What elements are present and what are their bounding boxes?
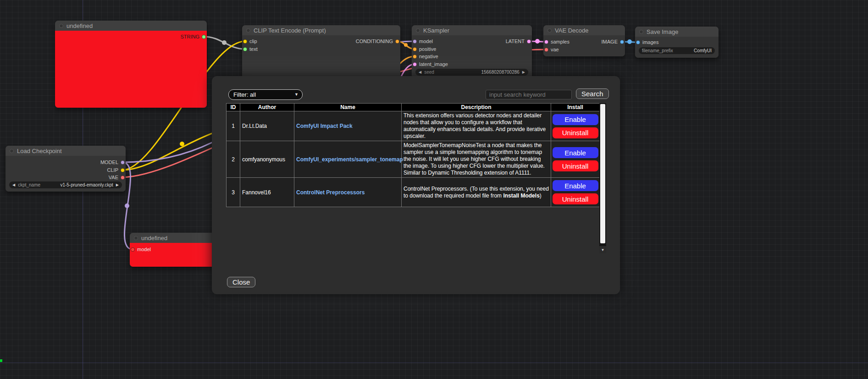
input-dot-vae[interactable] — [544, 48, 548, 52]
widget-value: 156680208700286 — [481, 70, 519, 75]
slot-label: MODEL — [100, 159, 118, 165]
node-load-checkpoint[interactable]: Load Checkpoint MODEL CLIP VAE ◀ ckpt_na… — [6, 146, 126, 192]
node-save-image[interactable]: Save Image images filename_prefix ComfyU… — [635, 27, 719, 58]
node-collapse-dot-icon[interactable] — [10, 149, 14, 153]
node-clip-text-encode[interactable]: CLIP Text Encode (Prompt) clip text COND… — [242, 25, 400, 80]
slot-label: negative — [419, 54, 438, 59]
input-dot-positive[interactable] — [413, 47, 417, 51]
node-title-bar[interactable]: Load Checkpoint — [6, 146, 126, 156]
scrollbar-thumb[interactable] — [600, 104, 605, 243]
output-slot-conditioning: CONDITIONING — [356, 38, 399, 44]
widget-name: filename_prefix — [642, 48, 673, 53]
extension-row: 2comfyanonymousComfyUI_experiments/sampl… — [227, 141, 600, 178]
node-collapse-dot-icon[interactable] — [246, 28, 250, 33]
cell-description: ModelSamplerTonemapNoiseTest a node that… — [402, 141, 551, 178]
input-dot-latent-image[interactable] — [413, 62, 417, 66]
output-dot-vae[interactable] — [121, 176, 125, 180]
node-ksampler[interactable]: KSampler model positive negative latent_… — [412, 25, 532, 80]
increment-arrow-icon[interactable]: ▶ — [522, 71, 525, 74]
output-dot-image[interactable] — [620, 40, 624, 44]
decrement-arrow-icon[interactable]: ◀ — [419, 71, 421, 74]
input-dot-negative[interactable] — [413, 55, 417, 59]
cell-install: EnableUninstall — [551, 111, 600, 141]
decrement-arrow-icon[interactable]: ◀ — [12, 183, 15, 187]
install-button-stack: EnableUninstall — [553, 179, 597, 206]
uninstall-button[interactable]: Uninstall — [553, 193, 598, 204]
cell-description: This extension offers various detector n… — [402, 111, 551, 141]
column-header-description: Description — [402, 104, 551, 111]
scroll-down-button[interactable]: ▼ — [599, 246, 606, 253]
link-midpoint-dot — [222, 40, 227, 45]
output-dot-latent[interactable] — [527, 39, 531, 44]
output-dot-string[interactable] — [202, 35, 206, 39]
node-title: VAE Decode — [555, 27, 588, 34]
output-slot-clip: CLIP — [107, 167, 125, 173]
seed-widget[interactable]: ◀ seed 156680208700286 ▶ — [415, 69, 528, 76]
node-collapse-dot-icon[interactable] — [134, 236, 138, 240]
search-button[interactable]: Search — [576, 88, 609, 99]
enable-button[interactable]: Enable — [553, 147, 598, 158]
custom-nodes-manager-dialog: Filter: all ▼ Search ID Author Name Desc… — [212, 76, 620, 294]
input-dot-model[interactable] — [413, 39, 417, 44]
input-slot-clip: clip — [243, 38, 257, 44]
uninstall-button[interactable]: Uninstall — [553, 160, 598, 171]
slot-label: vae — [551, 47, 559, 52]
cell-author: comfyanonymous — [240, 141, 294, 178]
node-vae-decode[interactable]: VAE Decode samples vae IMAGE — [543, 25, 625, 56]
input-dot-model[interactable] — [131, 247, 135, 252]
column-header-install: Install — [551, 104, 600, 111]
increment-arrow-icon[interactable]: ▶ — [116, 183, 119, 187]
node-title-bar[interactable]: VAE Decode — [543, 25, 625, 35]
node-collapse-dot-icon[interactable] — [416, 28, 420, 33]
input-dot-samples[interactable] — [544, 40, 548, 44]
input-dot-images[interactable] — [636, 40, 640, 44]
filename-prefix-widget[interactable]: filename_prefix ComfyUI — [639, 47, 715, 54]
input-slot-latent-image: latent_image — [413, 61, 448, 67]
node-undefined-top[interactable]: undefined STRING — [55, 21, 207, 108]
table-scrollbar[interactable]: ▼ — [599, 103, 606, 253]
enable-button[interactable]: Enable — [553, 180, 598, 191]
widget-value: ComfyUI — [694, 48, 712, 53]
node-body: samples vae IMAGE — [543, 35, 625, 56]
input-dot-clip[interactable] — [243, 39, 247, 44]
node-title: undefined — [66, 22, 93, 29]
output-slot-string: STRING — [180, 33, 206, 40]
close-button[interactable]: Close — [227, 277, 255, 287]
extension-link[interactable]: ComfyUI Impact Pack — [296, 123, 353, 129]
node-title-bar[interactable]: undefined — [55, 21, 207, 31]
node-body: model positive negative latent_image LAT… — [412, 35, 532, 80]
node-collapse-dot-icon[interactable] — [59, 24, 63, 28]
input-slot-model: model — [131, 246, 151, 253]
output-dot-conditioning[interactable] — [395, 39, 399, 44]
input-dot-text[interactable] — [243, 47, 247, 51]
ckpt-name-widget[interactable]: ◀ ckpt_name v1-5-pruned-emaonly.ckpt ▶ — [9, 181, 122, 188]
cell-author: Fannovel16 — [240, 178, 294, 207]
comfyui-canvas[interactable]: undefined STRING CLIP Text Encode (Promp… — [0, 0, 868, 379]
node-collapse-dot-icon[interactable] — [639, 30, 643, 34]
node-body: clip text CONDITIONING — [242, 35, 400, 80]
link-midpoint-dot — [180, 142, 184, 146]
extension-link[interactable]: ControlNet Preprocessors — [296, 189, 365, 196]
node-title-bar[interactable]: KSampler — [412, 25, 532, 35]
uninstall-button[interactable]: Uninstall — [553, 127, 598, 138]
extension-link[interactable]: ComfyUI_experiments/sampler_tonemap — [296, 156, 403, 163]
link-midpoint-dot — [125, 203, 129, 208]
column-header-id: ID — [227, 104, 240, 111]
widget-name: ckpt_name — [18, 182, 40, 187]
slot-label: model — [419, 38, 433, 44]
slot-label: images — [642, 39, 658, 45]
node-title-bar[interactable]: CLIP Text Encode (Prompt) — [242, 25, 400, 35]
slot-label: latent_image — [419, 61, 448, 67]
description-text: ) — [540, 192, 542, 199]
slot-label: LATENT — [506, 38, 525, 44]
filter-select[interactable]: Filter: all — [228, 89, 303, 100]
output-dot-model[interactable] — [121, 160, 125, 165]
node-title-bar[interactable]: Save Image — [635, 27, 719, 37]
description-text: This extension offers various detector n… — [404, 112, 546, 139]
node-collapse-dot-icon[interactable] — [547, 28, 552, 33]
link-midpoint-dot — [535, 39, 540, 44]
output-dot-clip[interactable] — [121, 168, 125, 172]
extension-row: 1Dr.Lt.DataComfyUI Impact PackThis exten… — [227, 111, 600, 141]
enable-button[interactable]: Enable — [553, 114, 598, 125]
search-input[interactable] — [486, 90, 572, 99]
